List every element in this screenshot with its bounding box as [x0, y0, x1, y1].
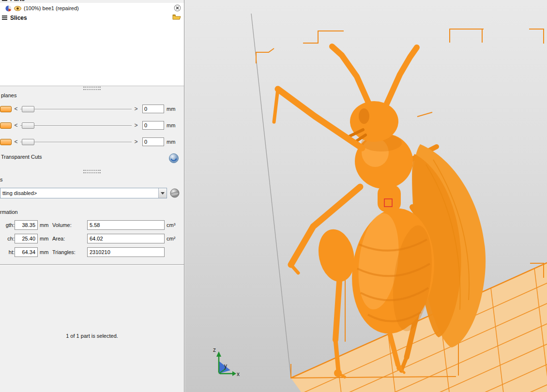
axis-label-y: y [224, 362, 227, 369]
slider-right-arrow[interactable]: > [133, 122, 139, 129]
height-unit: mm [40, 249, 52, 255]
plane-slider-track[interactable] [20, 138, 132, 146]
dropdown-arrow-button[interactable] [158, 188, 167, 198]
transparent-cuts-icon[interactable] [168, 153, 179, 164]
triangles-label: Triangles: [52, 249, 87, 255]
slider-right-arrow[interactable]: > [133, 106, 139, 112]
parts-header-label: Parts [10, 0, 25, 2]
area-label: Area: [52, 236, 87, 241]
dropdown-selected-value: tting disabled> [0, 190, 158, 196]
plane-color-swatch[interactable] [0, 139, 12, 145]
unit-label: mm [167, 122, 177, 128]
selection-status-text: 1 of 1 part is selected. [0, 333, 184, 339]
length-value-input[interactable] [15, 220, 38, 230]
slices-section-header[interactable]: Slices [0, 13, 184, 22]
slider-right-arrow[interactable]: > [133, 138, 139, 145]
volume-label: Volume: [52, 222, 87, 228]
panel-separator [0, 264, 184, 265]
unit-label: mm [167, 106, 177, 112]
length-unit: mm [40, 222, 52, 228]
platform-boundary-line [251, 14, 291, 378]
bee-foot [334, 369, 342, 377]
width-label: ch: [0, 236, 15, 241]
info-row-length: gth: mm Volume: cm³ [0, 220, 184, 230]
volume-unit: cm³ [167, 222, 175, 228]
viewport-3d[interactable]: z y x [185, 0, 547, 392]
parts-section-header: Parts [0, 0, 184, 3]
information-section-title: rmation [0, 209, 18, 215]
list-icon [2, 15, 7, 20]
area-unit: cm² [167, 236, 175, 241]
planes-section-title: planes [1, 92, 16, 98]
visibility-eye-icon[interactable] [14, 6, 21, 11]
height-label: ht: [0, 249, 15, 255]
plane-color-swatch[interactable] [0, 106, 12, 112]
area-value-input[interactable] [87, 234, 165, 243]
part-list-item[interactable]: (100%) bee1 (repaired) [0, 3, 184, 13]
part-sphere-icon [5, 5, 12, 12]
plane-slider-track[interactable] [20, 122, 132, 129]
axis-label-x: x [237, 371, 240, 377]
cutting-tool-icon[interactable] [169, 187, 182, 199]
bee-foot [396, 365, 402, 371]
axis-indicator: z y x [213, 347, 240, 377]
plane-slider-thumb[interactable] [22, 139, 34, 145]
bee-model[interactable] [274, 46, 486, 377]
width-unit: mm [40, 236, 52, 241]
plane-row-x: < > mm [0, 105, 184, 113]
part-item-label: (100%) bee1 (repaired) [24, 5, 79, 11]
chevron-down-icon [161, 192, 165, 196]
info-row-height: ht: mm Triangles: [0, 247, 184, 257]
cuts-section-title: s [0, 177, 3, 182]
unit-label: mm [167, 139, 177, 145]
plane-offset-input[interactable] [142, 105, 164, 113]
slider-left-arrow[interactable]: < [13, 106, 19, 112]
plane-offset-input[interactable] [142, 121, 164, 130]
volume-value-input[interactable] [87, 220, 165, 230]
plane-row-y: < > mm [0, 121, 184, 129]
open-folder-icon[interactable] [172, 14, 181, 20]
slices-header-label: Slices [10, 15, 27, 21]
plane-slider-thumb[interactable] [22, 122, 34, 129]
info-row-width: ch: mm Area: cm² [0, 234, 184, 243]
length-label: gth: [0, 222, 15, 228]
slider-left-arrow[interactable]: < [13, 138, 19, 145]
scene-canvas: z y x [185, 0, 547, 392]
plane-slider-thumb[interactable] [22, 106, 34, 112]
plane-row-z: < > mm [0, 138, 184, 146]
cutting-mode-dropdown[interactable]: tting disabled> [0, 188, 167, 198]
section-grip-handle[interactable] [83, 87, 101, 90]
width-value-input[interactable] [15, 234, 38, 243]
triangles-value-input[interactable] [87, 247, 165, 257]
axis-label-z: z [213, 347, 216, 353]
left-panel: Parts (100%) bee1 (repaired) Slices [0, 0, 184, 392]
height-value-input[interactable] [15, 247, 38, 257]
plane-offset-input[interactable] [142, 137, 164, 146]
plane-color-swatch[interactable] [0, 122, 12, 129]
remove-part-icon[interactable] [174, 4, 181, 12]
section-grip-handle[interactable] [83, 170, 101, 173]
slider-left-arrow[interactable]: < [13, 122, 19, 129]
menu-icon [2, 0, 7, 1]
plane-slider-track[interactable] [20, 106, 132, 113]
transparent-cuts-label: Transparent Cuts [1, 154, 42, 160]
